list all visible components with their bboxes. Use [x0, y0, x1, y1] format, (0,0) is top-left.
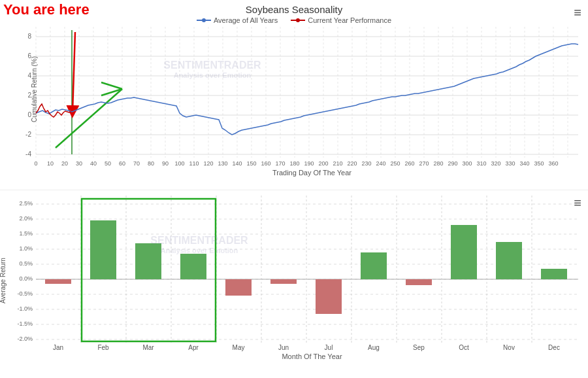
bar-nov [496, 242, 522, 279]
svg-text:90: 90 [162, 160, 169, 167]
svg-text:260: 260 [404, 160, 414, 167]
svg-text:200: 200 [318, 160, 328, 167]
svg-text:250: 250 [390, 160, 400, 167]
svg-text:280: 280 [433, 160, 443, 167]
bar-mar [135, 243, 161, 279]
svg-text:210: 210 [333, 160, 342, 167]
svg-text:10: 10 [47, 160, 54, 167]
svg-text:290: 290 [448, 160, 457, 167]
legend-avg-label: Average of All Years [214, 16, 278, 24]
main-container: You are here ≡ Soybeans Seasonality Aver… [0, 0, 588, 378]
bar-jul [316, 279, 342, 314]
svg-text:2.5%: 2.5% [19, 200, 33, 207]
svg-text:310: 310 [476, 160, 486, 167]
svg-text:230: 230 [361, 160, 371, 167]
top-chart-area: You are here ≡ Soybeans Seasonality Aver… [0, 0, 588, 190]
svg-text:Nov: Nov [503, 344, 515, 351]
svg-text:150: 150 [246, 160, 256, 167]
svg-text:-4: -4 [25, 150, 31, 158]
legend-current: Current Year Performance [291, 16, 391, 24]
svg-text:160: 160 [261, 160, 270, 167]
svg-text:190: 190 [304, 160, 314, 167]
svg-text:360: 360 [548, 160, 558, 167]
svg-text:0.5%: 0.5% [19, 260, 33, 267]
svg-text:140: 140 [232, 160, 242, 167]
bar-jan [45, 279, 71, 284]
svg-line-58 [101, 82, 122, 89]
svg-text:Feb: Feb [97, 344, 109, 351]
svg-text:30: 30 [76, 160, 82, 167]
svg-text:60: 60 [119, 160, 125, 167]
svg-text:80: 80 [148, 160, 154, 167]
svg-text:180: 180 [289, 160, 299, 167]
svg-text:110: 110 [189, 160, 199, 167]
bottom-x-axis-label: Month Of The Year [36, 352, 588, 360]
bar-apr [180, 254, 206, 279]
svg-text:Aug: Aug [368, 344, 380, 351]
svg-text:Jan: Jan [53, 344, 63, 351]
svg-text:130: 130 [218, 160, 227, 167]
svg-text:Jun: Jun [278, 344, 289, 351]
svg-text:0: 0 [34, 160, 37, 167]
svg-text:50: 50 [105, 160, 111, 167]
bar-dec [541, 269, 567, 279]
svg-text:170: 170 [275, 160, 285, 167]
svg-text:20: 20 [61, 160, 68, 167]
svg-text:300: 300 [462, 160, 472, 167]
svg-text:-1.0%: -1.0% [17, 305, 33, 312]
legend-avg: Average of All Years [197, 16, 278, 24]
svg-text:120: 120 [203, 160, 213, 167]
svg-point-3 [296, 18, 300, 22]
svg-text:Average Return: Average Return [0, 258, 7, 303]
svg-text:Dec: Dec [548, 344, 560, 351]
svg-text:1.5%: 1.5% [19, 230, 33, 237]
svg-text:70: 70 [133, 160, 140, 167]
you-are-here-label: You are here [3, 1, 90, 18]
bar-sep [406, 279, 432, 285]
svg-line-57 [56, 89, 122, 148]
svg-text:340: 340 [519, 160, 529, 167]
svg-text:40: 40 [90, 160, 97, 167]
bar-feb [90, 220, 116, 279]
svg-text:0.0%: 0.0% [19, 275, 33, 282]
bar-aug [361, 252, 387, 279]
svg-text:320: 320 [491, 160, 500, 167]
bar-oct [451, 225, 477, 279]
svg-text:270: 270 [419, 160, 429, 167]
bar-jun [270, 279, 297, 284]
svg-text:Apr: Apr [188, 344, 199, 351]
svg-text:8: 8 [27, 33, 31, 40]
svg-text:Sep: Sep [413, 344, 425, 351]
svg-line-60 [73, 32, 75, 112]
svg-point-1 [202, 18, 206, 22]
svg-text:350: 350 [534, 160, 544, 167]
svg-text:-2: -2 [25, 131, 31, 138]
svg-text:-2.0%: -2.0% [17, 335, 33, 342]
svg-text:-0.5%: -0.5% [17, 290, 33, 297]
top-chart-menu-icon[interactable]: ≡ [574, 5, 581, 20]
svg-text:330: 330 [505, 160, 515, 167]
bar-may [225, 279, 252, 296]
svg-text:1.0%: 1.0% [19, 245, 33, 252]
top-x-axis-label: Trading Day Of The Year [36, 169, 588, 177]
svg-text:100: 100 [174, 160, 184, 167]
legend-current-label: Current Year Performance [308, 16, 391, 24]
svg-text:Jul: Jul [325, 344, 333, 351]
svg-text:Mar: Mar [142, 344, 154, 351]
bottom-chart-area: ≡ 2.5% 2.0% 1.5% 1.0% 0.5% 0.0% -0.5% -1… [0, 190, 588, 378]
svg-text:240: 240 [376, 160, 385, 167]
svg-text:-1.5%: -1.5% [17, 320, 33, 327]
svg-text:2.0%: 2.0% [19, 215, 33, 222]
svg-text:220: 220 [347, 160, 357, 167]
svg-text:Oct: Oct [459, 344, 469, 351]
svg-text:May: May [233, 344, 245, 351]
